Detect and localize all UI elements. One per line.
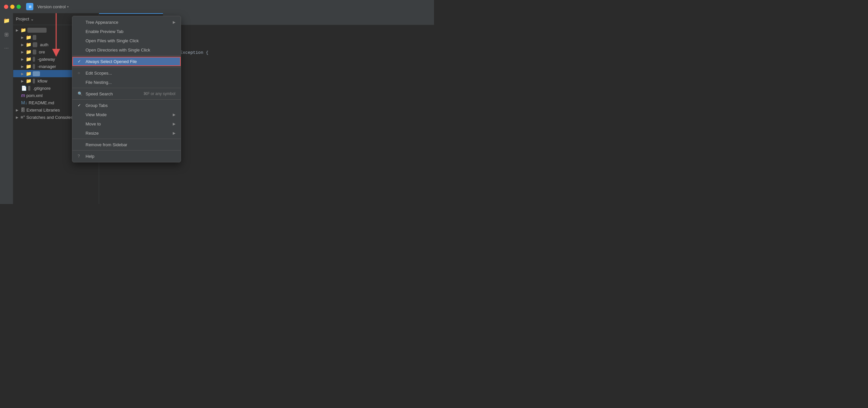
scratch-icon: ≡°	[21, 114, 25, 120]
tree-arrow-icon: ▶	[16, 115, 19, 119]
menu-label-view-mode: View Mode	[86, 112, 107, 117]
menu-label-move-to: Move to	[86, 122, 101, 127]
menu-item-tree-appearance[interactable]: Tree Appearance ▶	[72, 18, 181, 27]
menu-item-view-mode[interactable]: View Mode ▶	[72, 110, 181, 119]
tree-label-blurred	[33, 78, 35, 83]
menu-check-empty	[78, 38, 83, 43]
menu-check-empty	[78, 80, 83, 84]
menu-item-move-to[interactable]: Move to ▶	[72, 119, 181, 128]
tree-label-manager: -manager	[36, 64, 56, 69]
close-button[interactable]	[4, 5, 8, 9]
tree-label-pom: pom.xml	[26, 93, 42, 98]
menu-label-remove-sidebar: Remove from Sidebar	[86, 142, 127, 147]
menu-item-open-files[interactable]: Open Files with Single Click	[72, 36, 181, 45]
edit-scopes-icon: ○	[78, 71, 83, 75]
more-tools-icon[interactable]: ···	[2, 43, 11, 53]
menu-check-empty	[78, 112, 83, 117]
maximize-button[interactable]	[17, 5, 21, 9]
menu-item-help[interactable]: ? Help	[72, 151, 181, 161]
app-icon: 🖥	[26, 3, 33, 10]
menu-item-edit-scopes[interactable]: ○ Edit Scopes...	[72, 68, 181, 77]
structure-icon[interactable]: ⊞	[2, 30, 11, 39]
menu-check-mark: ✓	[78, 59, 83, 64]
menu-item-file-nesting[interactable]: File Nesting...	[72, 77, 181, 87]
menu-label-open-files: Open Files with Single Click	[86, 38, 139, 43]
menu-label-file-nesting: File Nesting...	[86, 80, 112, 85]
tree-label-blurred	[33, 42, 37, 47]
menu-item-speed-search[interactable]: 🔍 Speed Search ⌘F or any symbol	[72, 89, 181, 98]
tree-label-readme: README.md	[29, 100, 54, 105]
sidebar-title: Project ⌄	[16, 16, 72, 22]
folder-icon: 📁	[26, 57, 31, 62]
menu-item-resize[interactable]: Resize ▶	[72, 128, 181, 138]
folder-icon: 📁	[26, 49, 31, 55]
tree-label-core: ore	[38, 49, 45, 55]
icon-bar: 📁 ⊞ ···	[0, 13, 13, 204]
tree-arrow-icon: ▶	[16, 108, 19, 112]
tree-label-workflow: kflow	[36, 78, 47, 83]
folder-icon: 📁	[26, 71, 31, 76]
tree-label	[27, 28, 46, 33]
minimize-button[interactable]	[10, 5, 14, 9]
menu-check-mark: ✓	[78, 103, 83, 108]
tree-arrow-icon: ▶	[21, 72, 25, 76]
menu-item-remove-sidebar[interactable]: Remove from Sidebar	[72, 140, 181, 149]
tree-label-gitignore: .gitignore	[32, 86, 51, 91]
folder-icon: 📁	[26, 35, 31, 40]
menu-label-resize: Resize	[86, 131, 99, 136]
sidebar-title-label: Project	[16, 16, 29, 22]
file-icon: 📄	[21, 86, 27, 91]
search-icon: 🔍	[78, 92, 83, 96]
traffic-lights	[4, 5, 21, 9]
sidebar-title-chevron: ⌄	[30, 16, 34, 22]
title-chevron-icon: ▾	[67, 5, 69, 8]
menu-separator	[72, 150, 181, 150]
menu-shortcut: ⌘F or any symbol	[143, 92, 175, 96]
menu-check-empty	[78, 47, 83, 52]
version-control-label: Version control	[37, 4, 66, 9]
context-menu: Tree Appearance ▶ Enable Preview Tab Ope…	[72, 16, 181, 162]
tree-label-blurred	[33, 57, 35, 62]
folder-icon: 📁	[26, 78, 31, 83]
tree-arrow-icon: ▶	[21, 43, 25, 46]
menu-check-empty	[78, 142, 83, 147]
tree-label-scratches: Scratches and Consoles	[26, 115, 73, 120]
menu-item-enable-preview[interactable]: Enable Preview Tab	[72, 27, 181, 36]
menu-label-edit-scopes: Edit Scopes...	[86, 71, 112, 76]
help-icon: ?	[78, 154, 83, 159]
tree-arrow-icon: ▶	[21, 65, 25, 68]
lib-icon: 🗄	[21, 107, 25, 112]
tree-arrow-icon: ▶	[16, 28, 19, 32]
tree-arrow-icon: ▶	[21, 58, 25, 61]
menu-item-group-tabs[interactable]: ✓ Group Tabs	[72, 101, 181, 110]
folder-icon: 📁	[26, 42, 31, 47]
folder-icon: 📁	[26, 64, 31, 69]
main-layout: 📁 ⊞ ··· Project ⌄ ⬆ ✕ ⋮ ▶ 📁	[0, 13, 434, 204]
menu-item-open-dirs[interactable]: Open Directories with Single Click	[72, 45, 181, 55]
menu-label-group-tabs: Group Tabs	[86, 103, 108, 108]
breadcrumb: Version control ▾	[37, 4, 69, 9]
menu-item-always-select[interactable]: ✓ Always Select Opened File	[72, 57, 181, 66]
tree-label-gateway: -gateway	[36, 57, 55, 62]
menu-label-open-dirs: Open Directories with Single Click	[86, 47, 150, 53]
folder-icon[interactable]: 📁	[2, 16, 11, 25]
menu-arrow-icon: ▶	[173, 131, 175, 135]
menu-label-help: Help	[86, 154, 94, 159]
tree-label-blurred	[28, 86, 30, 91]
menu-arrow-icon: ▶	[173, 122, 175, 126]
menu-separator	[72, 88, 181, 88]
file-icon: M↓	[21, 100, 27, 105]
file-icon: m	[21, 93, 25, 98]
menu-separator	[72, 139, 181, 139]
tree-arrow-icon: ▶	[21, 50, 25, 54]
title-bar: 🖥 Version control ▾	[0, 0, 434, 13]
menu-separator	[72, 56, 181, 56]
menu-separator	[72, 67, 181, 67]
tree-label-auth: auth	[39, 42, 48, 47]
tree-arrow-icon: ▶	[21, 79, 25, 83]
menu-separator	[72, 99, 181, 100]
menu-label-speed-search: Speed Search	[86, 92, 113, 96]
tree-label-selected	[33, 71, 40, 76]
tree-label-blurred	[33, 49, 36, 55]
menu-label-always-select: Always Select Opened File	[86, 59, 137, 64]
